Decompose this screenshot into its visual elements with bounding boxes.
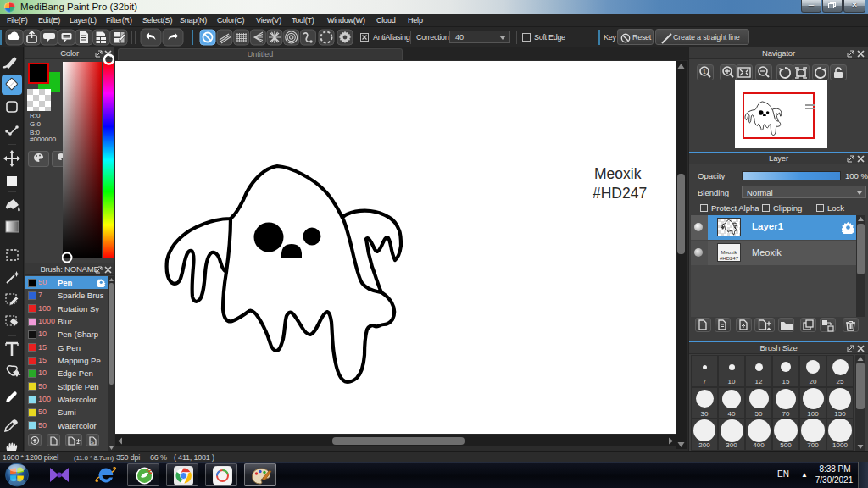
svg-text:1: 1 [703, 69, 706, 75]
svg-text:S: S [91, 440, 94, 445]
svg-text:#HD247: #HD247 [593, 185, 647, 202]
svg-text:Meoxik: Meoxik [594, 165, 642, 182]
